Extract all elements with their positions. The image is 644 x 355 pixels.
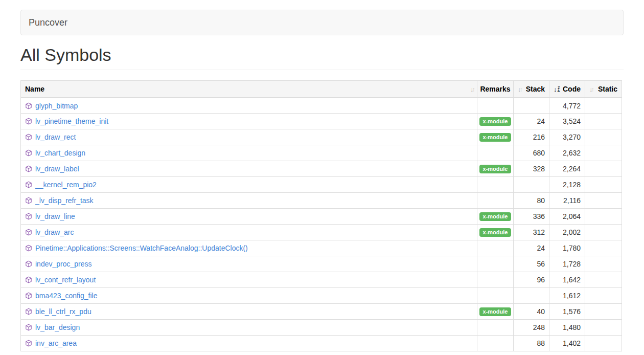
code-cell: 1,728 [549, 256, 585, 272]
code-cell: 1,576 [549, 304, 585, 320]
static-cell [585, 272, 622, 288]
code-cell: 1,612 [549, 288, 585, 304]
remarks-cell: x-module [477, 161, 514, 177]
symbol-link[interactable]: lv_draw_label [35, 165, 79, 173]
remarks-cell [477, 272, 514, 288]
symbol-link[interactable]: lv_draw_arc [35, 228, 74, 236]
symbol-link[interactable]: __kernel_rem_pio2 [35, 181, 97, 189]
column-header-name[interactable]: Name ↓↑ [21, 81, 477, 98]
brand-link[interactable]: Puncover [29, 10, 67, 35]
symbol-cell: bma423_config_file [21, 288, 477, 304]
table-row: _lv_disp_refr_task 80 2,116 [21, 193, 622, 209]
cube-icon [25, 181, 32, 188]
remarks-cell [477, 288, 514, 304]
x-module-badge: x-module [479, 212, 512, 221]
stack-cell: 56 [514, 256, 549, 272]
code-cell: 2,632 [549, 145, 585, 161]
column-header-static[interactable]: ↓↑ Static [585, 81, 622, 98]
symbol-link[interactable]: inv_arc_area [35, 339, 77, 347]
symbol-link[interactable]: _lv_disp_refr_task [35, 196, 94, 205]
code-cell: 4,772 [549, 98, 585, 114]
symbols-table-body: glyph_bitmap 4,772 lv_pinetime_theme_ini… [21, 98, 622, 351]
symbol-link[interactable]: lv_chart_design [35, 149, 85, 157]
symbol-link[interactable]: bma423_config_file [35, 292, 97, 300]
table-row: lv_pinetime_theme_init x-module 24 3,524 [21, 114, 622, 129]
stack-cell: 88 [514, 336, 549, 351]
stack-cell: 24 [514, 240, 549, 256]
symbol-link[interactable]: lv_draw_rect [35, 133, 76, 141]
page-title: All Symbols [20, 46, 624, 64]
remarks-cell [477, 240, 514, 256]
table-row: glyph_bitmap 4,772 [21, 98, 622, 114]
code-cell: 2,128 [549, 177, 585, 193]
static-cell [585, 129, 622, 145]
cube-icon [25, 308, 32, 315]
symbol-cell: glyph_bitmap [21, 98, 477, 114]
symbol-cell: lv_draw_arc [21, 225, 477, 240]
code-cell: 2,264 [549, 161, 585, 177]
remarks-cell [477, 320, 514, 336]
table-row: lv_chart_design 680 2,632 [21, 145, 622, 161]
sort-both-icon: ↓↑ [589, 85, 593, 93]
table-row: lv_draw_line x-module 336 2,064 [21, 209, 622, 225]
code-cell: 1,402 [549, 336, 585, 351]
symbol-link[interactable]: indev_proc_press [35, 260, 92, 268]
stack-cell: 248 [514, 320, 549, 336]
symbol-link[interactable]: lv_pinetime_theme_init [35, 117, 108, 125]
column-header-stack[interactable]: ↓↑ Stack [514, 81, 549, 98]
stack-cell: 80 [514, 193, 549, 209]
symbol-cell: ble_ll_ctrl_rx_pdu [21, 304, 477, 320]
symbol-link[interactable]: lv_draw_line [35, 212, 75, 220]
x-module-badge: x-module [479, 117, 512, 126]
column-header-code[interactable]: ↓ZA Code [549, 81, 585, 98]
static-cell [585, 225, 622, 240]
column-header-remarks: Remarks [477, 81, 514, 98]
symbol-link[interactable]: lv_cont_refr_layout [35, 276, 96, 284]
symbol-link[interactable]: glyph_bitmap [35, 102, 78, 110]
remarks-cell: x-module [477, 129, 514, 145]
remarks-cell: x-module [477, 225, 514, 240]
sort-both-icon: ↓↑ [518, 85, 521, 93]
stack-cell: 680 [514, 145, 549, 161]
stack-cell: 24 [514, 114, 549, 129]
stack-cell: 216 [514, 129, 549, 145]
column-label: Remarks [480, 85, 510, 93]
symbol-link[interactable]: ble_ll_ctrl_rx_pdu [35, 307, 91, 316]
code-cell: 2,116 [549, 193, 585, 209]
cube-icon [25, 197, 32, 204]
remarks-cell: x-module [477, 304, 514, 320]
symbol-cell: Pinetime::Applications::Screens::WatchFa… [21, 240, 477, 256]
symbol-cell: lv_chart_design [21, 145, 477, 161]
remarks-cell [477, 98, 514, 114]
symbol-cell: inv_arc_area [21, 336, 477, 351]
static-cell [585, 336, 622, 351]
x-module-badge: x-module [479, 165, 512, 173]
stack-cell: 312 [514, 225, 549, 240]
stack-cell [514, 98, 549, 114]
static-cell [585, 193, 622, 209]
table-row: lv_cont_refr_layout 96 1,642 [21, 272, 622, 288]
table-header-row: Name ↓↑ Remarks ↓↑ Stack ↓ZA Code ↓↑ Sta… [21, 81, 622, 98]
symbol-cell: lv_bar_design [21, 320, 477, 336]
code-cell: 1,642 [549, 272, 585, 288]
code-cell: 2,002 [549, 225, 585, 240]
table-row: __kernel_rem_pio2 2,128 [21, 177, 622, 193]
cube-icon [25, 118, 32, 125]
table-row: ble_ll_ctrl_rx_pdu x-module 40 1,576 [21, 304, 622, 320]
static-cell [585, 114, 622, 129]
stack-cell [514, 288, 549, 304]
static-cell [585, 161, 622, 177]
table-row: lv_draw_label x-module 328 2,264 [21, 161, 622, 177]
symbol-link[interactable]: Pinetime::Applications::Screens::WatchFa… [35, 244, 248, 252]
static-cell [585, 177, 622, 193]
cube-icon [25, 324, 32, 331]
static-cell [585, 145, 622, 161]
cube-icon [25, 134, 32, 141]
static-cell [585, 240, 622, 256]
symbol-cell: lv_draw_line [21, 209, 477, 225]
symbol-cell: lv_pinetime_theme_init [21, 114, 477, 129]
symbol-link[interactable]: lv_bar_design [35, 323, 80, 331]
code-cell: 1,780 [549, 240, 585, 256]
static-cell [585, 256, 622, 272]
column-label: Static [598, 85, 617, 93]
